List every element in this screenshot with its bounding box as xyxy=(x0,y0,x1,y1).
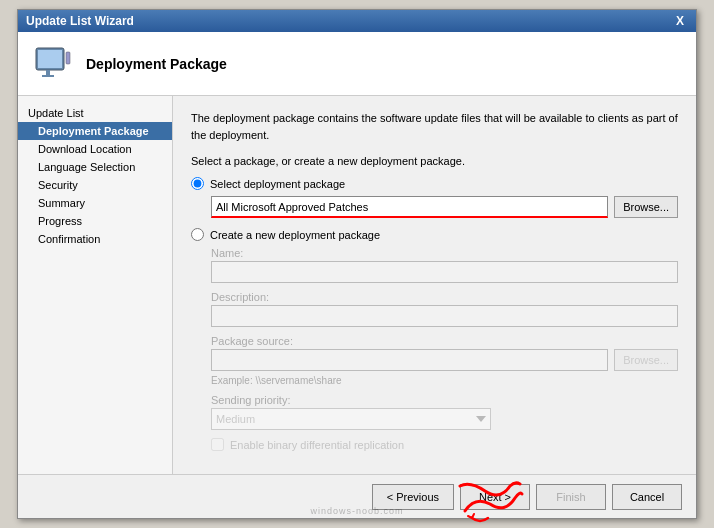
radio-create-row: Create a new deployment package xyxy=(191,228,678,241)
source-input-wrap: Package source: xyxy=(211,335,608,371)
package-input-row: Browse... xyxy=(211,196,678,218)
svg-rect-4 xyxy=(66,52,70,64)
description-label: Description: xyxy=(211,291,678,303)
source-row: Package source: Browse... xyxy=(211,335,678,371)
sending-priority-label: Sending priority: xyxy=(211,394,678,406)
sidebar-item-confirmation[interactable]: Confirmation xyxy=(18,230,172,248)
radio-select-input[interactable] xyxy=(191,177,204,190)
main-content: The deployment package contains the soft… xyxy=(173,96,696,474)
footer: < Previous Next > Finish Cancel windows-… xyxy=(18,474,696,518)
close-button[interactable]: X xyxy=(672,13,688,29)
wizard-header-title: Deployment Package xyxy=(86,56,227,72)
description-input xyxy=(211,305,678,327)
sidebar-section-title: Update List xyxy=(18,104,172,122)
svg-rect-2 xyxy=(46,70,50,75)
sidebar-item-download-location[interactable]: Download Location xyxy=(18,140,172,158)
svg-rect-1 xyxy=(38,50,62,68)
priority-select: Medium xyxy=(211,408,491,430)
name-label: Name: xyxy=(211,247,678,259)
package-name-input[interactable] xyxy=(211,196,608,218)
body-area: Update List Deployment Package Download … xyxy=(18,96,696,474)
example-text: Example: \\servername\share xyxy=(211,375,678,386)
sidebar-item-language-selection[interactable]: Language Selection xyxy=(18,158,172,176)
next-btn-wrapper: Next > xyxy=(460,484,530,510)
wizard-window: Update List Wizard X Deployment Package … xyxy=(17,9,697,519)
next-button[interactable]: Next > xyxy=(460,484,530,510)
browse-button-2: Browse... xyxy=(614,349,678,371)
title-bar: Update List Wizard X xyxy=(18,10,696,32)
radio-select-label[interactable]: Select deployment package xyxy=(210,178,345,190)
sidebar-item-progress[interactable]: Progress xyxy=(18,212,172,230)
sidebar-item-summary[interactable]: Summary xyxy=(18,194,172,212)
create-package-form: Name: Description: Package source: Brows… xyxy=(211,247,678,451)
binary-diff-checkbox xyxy=(211,438,224,451)
wizard-icon xyxy=(32,44,72,84)
binary-diff-label: Enable binary differential replication xyxy=(230,439,404,451)
radio-select-row: Select deployment package xyxy=(191,177,678,190)
select-prompt-text: Select a package, or create a new deploy… xyxy=(191,155,678,167)
browse-button-1[interactable]: Browse... xyxy=(614,196,678,218)
package-source-input xyxy=(211,349,608,371)
sidebar-item-security[interactable]: Security xyxy=(18,176,172,194)
finish-button[interactable]: Finish xyxy=(536,484,606,510)
sidebar: Update List Deployment Package Download … xyxy=(18,96,173,474)
sidebar-item-deployment-package[interactable]: Deployment Package xyxy=(18,122,172,140)
window-title: Update List Wizard xyxy=(26,14,134,28)
package-source-label: Package source: xyxy=(211,335,608,347)
cancel-button[interactable]: Cancel xyxy=(612,484,682,510)
name-input xyxy=(211,261,678,283)
radio-create-input[interactable] xyxy=(191,228,204,241)
radio-create-label[interactable]: Create a new deployment package xyxy=(210,229,380,241)
svg-rect-3 xyxy=(42,75,54,77)
previous-button[interactable]: < Previous xyxy=(372,484,454,510)
wizard-header: Deployment Package xyxy=(18,32,696,96)
binary-diff-row: Enable binary differential replication xyxy=(211,438,678,451)
description-text: The deployment package contains the soft… xyxy=(191,110,678,143)
